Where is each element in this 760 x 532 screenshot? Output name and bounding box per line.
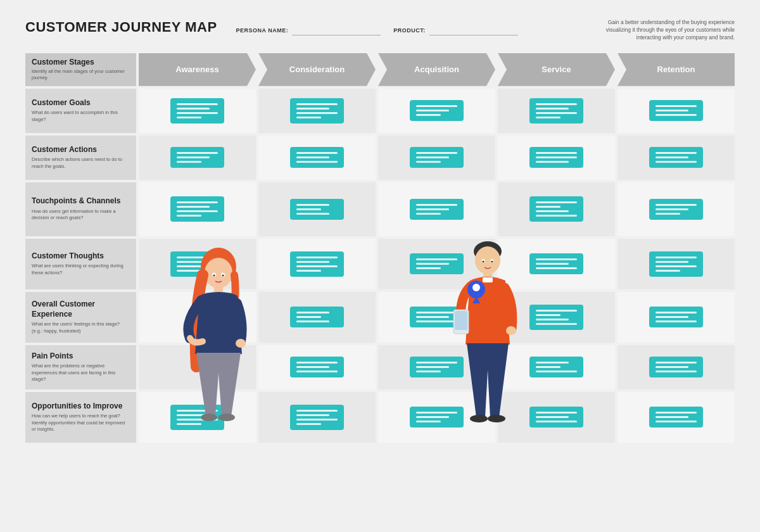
goals-consideration-cell: [258, 89, 376, 133]
actions-awareness-card[interactable]: [170, 147, 224, 168]
card-line: [536, 258, 577, 260]
card-line: [536, 215, 577, 217]
card-line: [296, 312, 329, 314]
card-line: [536, 314, 560, 316]
card-line: [177, 103, 218, 105]
touchpoints-awareness-cell: [139, 182, 256, 236]
goals-retention-card[interactable]: [649, 100, 703, 121]
touchpoints-awareness-card[interactable]: [170, 196, 224, 222]
stage-service: Service: [498, 53, 615, 86]
touchpoints-heading: Touchpoints & Channels: [32, 196, 130, 206]
card-line: [177, 210, 218, 212]
card-line: [656, 256, 697, 258]
thoughts-heading: Customer Thoughts: [32, 251, 130, 262]
card-line: [656, 161, 697, 163]
card-line: [536, 323, 577, 325]
goals-awareness-cell: [139, 89, 256, 133]
header-description: Gain a better understanding of the buyin…: [583, 19, 735, 42]
card-line: [296, 161, 338, 163]
card-line: [296, 261, 329, 263]
card-line: [416, 370, 441, 372]
pain-consideration-cell: [258, 345, 376, 390]
thoughts-service-card[interactable]: [529, 253, 583, 274]
opportunities-service-card[interactable]: [529, 407, 583, 428]
experience-retention-cell: [618, 292, 735, 343]
card-line: [536, 112, 577, 114]
card-line: [656, 110, 688, 111]
card-line: [656, 156, 688, 158]
card-line: [536, 421, 577, 422]
goals-sub: What do users want to accomplish in this…: [32, 110, 130, 123]
experience-heading: Overall Customer Experience: [32, 300, 130, 319]
card-line: [177, 201, 218, 203]
card-line: [296, 204, 329, 206]
actions-service-cell: [498, 136, 615, 180]
card-line: [296, 320, 329, 322]
card-line: [656, 105, 697, 107]
card-line: [296, 362, 338, 364]
card-line: [656, 204, 697, 206]
goals-service-card[interactable]: [529, 98, 583, 124]
pain-sub: What are the problems or negative experi…: [32, 363, 130, 383]
persona-input[interactable]: [292, 25, 381, 35]
touchpoints-retention-cell: [618, 182, 735, 236]
card-line: [296, 316, 321, 318]
stage-awareness-cell: Awareness: [139, 53, 256, 86]
goals-label: Customer Goals What do users want to acc…: [25, 89, 136, 133]
card-line: [296, 256, 338, 258]
svg-point-8: [213, 274, 215, 276]
actions-consideration-card[interactable]: [290, 147, 344, 168]
card-line: [416, 213, 441, 215]
thoughts-retention-cell: [618, 239, 735, 289]
experience-service-card[interactable]: [529, 305, 583, 330]
journey-map-grid: Customer Stages Identify all the main st…: [25, 53, 735, 443]
card-line: [416, 204, 457, 206]
touchpoints-service-card[interactable]: [529, 196, 583, 222]
card-line: [536, 370, 577, 372]
experience-retention-card[interactable]: [649, 307, 703, 327]
card-line: [656, 362, 697, 364]
card-line: [177, 215, 201, 217]
opportunities-sub: How can we help users to reach the goal?…: [32, 413, 130, 433]
pain-retention-card[interactable]: [649, 357, 703, 377]
pain-consideration-card[interactable]: [290, 357, 344, 377]
touchpoints-consideration-cell: [258, 182, 376, 236]
opportunities-heading: Opportunities to Improve: [32, 402, 130, 412]
thoughts-retention-card[interactable]: [649, 251, 703, 277]
card-line: [177, 206, 210, 208]
card-line: [536, 319, 569, 320]
stages-sub: Identify all the main stages of your cus…: [32, 68, 130, 82]
touchpoints-acquisition-card[interactable]: [410, 199, 464, 220]
card-line: [296, 112, 338, 114]
product-input[interactable]: [429, 25, 518, 35]
card-line: [177, 108, 210, 110]
card-line: [416, 208, 449, 210]
actions-retention-card[interactable]: [649, 147, 703, 168]
card-line: [656, 270, 680, 272]
thoughts-sub: What are users thinking or expecting dur…: [32, 263, 130, 276]
goals-acquisition-card[interactable]: [410, 100, 464, 121]
experience-consideration-card[interactable]: [290, 307, 344, 327]
card-line: [177, 161, 201, 163]
actions-acquisition-card[interactable]: [410, 147, 464, 168]
goals-consideration-card[interactable]: [290, 98, 344, 124]
opportunities-consideration-card[interactable]: [290, 405, 344, 430]
touchpoints-retention-card[interactable]: [649, 199, 703, 220]
card-line: [536, 156, 577, 158]
thoughts-consideration-card[interactable]: [290, 251, 344, 277]
svg-point-3: [236, 339, 246, 348]
card-line: [296, 366, 329, 368]
opportunities-retention-card[interactable]: [649, 407, 703, 428]
persona-field-group: PERSONA NAME:: [236, 25, 381, 35]
touchpoints-consideration-card[interactable]: [290, 199, 344, 220]
actions-service-card[interactable]: [529, 147, 583, 168]
stage-acquisition-cell: Acquisition: [378, 53, 495, 86]
man-illustration: [443, 227, 532, 443]
pain-service-card[interactable]: [529, 357, 583, 377]
experience-label: Overall Customer Experience What are the…: [25, 292, 136, 343]
card-line: [296, 414, 329, 416]
pain-label: Pain Points What are the problems or neg…: [25, 345, 136, 390]
card-line: [656, 265, 697, 267]
goals-awareness-card[interactable]: [170, 98, 224, 124]
stage-service-cell: Service: [498, 53, 615, 86]
